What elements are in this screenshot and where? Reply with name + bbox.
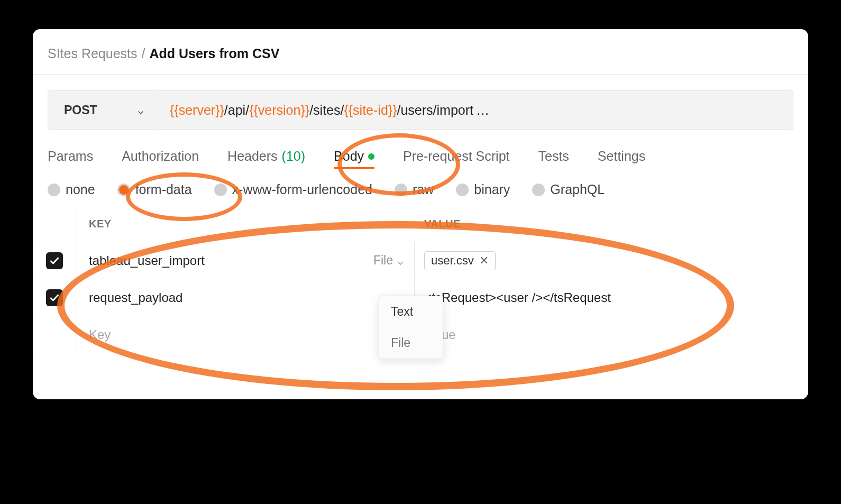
request-url-bar: POST {{server}} /api/ {{version}} /sites… bbox=[48, 90, 793, 130]
url-var-site-id: {{site-id}} bbox=[344, 103, 397, 118]
row-key-input[interactable]: request_payload bbox=[76, 279, 351, 316]
type-option-text[interactable]: Text bbox=[379, 296, 443, 327]
breadcrumb-collection[interactable]: SItes Requests bbox=[48, 46, 138, 61]
radio-icon bbox=[117, 184, 130, 196]
radio-none[interactable]: none bbox=[48, 182, 95, 197]
url-path-3: /users/import bbox=[397, 103, 473, 118]
row-type-select[interactable]: File bbox=[351, 242, 415, 279]
row-value-input[interactable]: <tsRequest><user /></tsRequest bbox=[415, 279, 808, 316]
radio-icon bbox=[214, 184, 227, 196]
tab-prerequest[interactable]: Pre-request Script bbox=[403, 149, 509, 169]
table-header-value: VALUE bbox=[415, 218, 808, 230]
radio-icon bbox=[456, 184, 469, 196]
chevron-down-icon bbox=[136, 106, 145, 114]
divider bbox=[33, 74, 808, 75]
row-key-input[interactable]: tableau_user_import bbox=[76, 242, 351, 279]
table-header-key: KEY bbox=[76, 218, 351, 230]
http-method-label: POST bbox=[64, 103, 97, 117]
breadcrumb: SItes Requests / Add Users from CSV bbox=[44, 46, 797, 74]
tab-body[interactable]: Body bbox=[334, 149, 374, 169]
type-option-file[interactable]: File bbox=[379, 327, 443, 359]
radio-binary[interactable]: binary bbox=[456, 182, 510, 197]
request-tabs: Params Authorization Headers (10) Body P… bbox=[44, 130, 797, 169]
radio-none-label: none bbox=[66, 182, 95, 197]
url-path-1: /api/ bbox=[224, 103, 249, 118]
radio-icon bbox=[532, 184, 545, 196]
row-key-placeholder[interactable]: Key bbox=[76, 316, 351, 353]
file-chip-name: user.csv bbox=[431, 254, 474, 268]
radio-urlencoded-label: x-www-form-urlencoded bbox=[232, 182, 372, 197]
chevron-down-icon bbox=[396, 256, 405, 265]
radio-graphql[interactable]: GraphQL bbox=[532, 182, 605, 197]
radio-graphql-label: GraphQL bbox=[550, 182, 605, 197]
url-path-2: /sites/ bbox=[309, 103, 344, 118]
tab-tests[interactable]: Tests bbox=[538, 149, 569, 169]
tab-settings[interactable]: Settings bbox=[598, 149, 645, 169]
table-header-row: KEY VALUE bbox=[33, 206, 808, 242]
body-type-row: none form-data x-www-form-urlencoded raw… bbox=[33, 169, 808, 206]
http-method-select[interactable]: POST bbox=[48, 91, 159, 129]
file-chip[interactable]: user.csv ✕ bbox=[424, 251, 496, 270]
url-var-version: {{version}} bbox=[249, 103, 309, 118]
radio-icon bbox=[48, 184, 60, 196]
tab-headers[interactable]: Headers (10) bbox=[227, 149, 305, 169]
row-enabled-checkbox[interactable] bbox=[46, 252, 63, 269]
url-var-server: {{server}} bbox=[170, 103, 224, 118]
tab-authorization[interactable]: Authorization bbox=[122, 149, 199, 169]
url-ellipsis: ... bbox=[473, 103, 489, 118]
tab-body-label: Body bbox=[334, 149, 364, 164]
radio-raw-label: raw bbox=[413, 182, 434, 197]
url-input[interactable]: {{server}} /api/ {{version}} /sites/ {{s… bbox=[159, 91, 793, 129]
row-enabled-checkbox[interactable] bbox=[46, 289, 63, 306]
radio-form-data-label: form-data bbox=[135, 182, 192, 197]
row-type-label: File bbox=[373, 253, 393, 268]
radio-icon bbox=[395, 184, 407, 196]
row-value-placeholder[interactable]: Value bbox=[415, 316, 808, 353]
tab-headers-count: (10) bbox=[282, 149, 305, 164]
radio-urlencoded[interactable]: x-www-form-urlencoded bbox=[214, 182, 372, 197]
close-icon[interactable]: ✕ bbox=[479, 254, 489, 268]
table-row: tableau_user_import File user.csv ✕ bbox=[33, 242, 808, 279]
breadcrumb-request-name[interactable]: Add Users from CSV bbox=[149, 46, 279, 61]
tab-headers-label: Headers bbox=[227, 149, 278, 164]
body-indicator-dot-icon bbox=[368, 153, 374, 160]
value-type-dropdown: Text File bbox=[379, 296, 443, 359]
row-value-cell[interactable]: user.csv ✕ bbox=[415, 242, 808, 279]
breadcrumb-separator: / bbox=[142, 46, 145, 61]
tab-params[interactable]: Params bbox=[48, 149, 93, 169]
radio-form-data[interactable]: form-data bbox=[117, 182, 192, 197]
radio-binary-label: binary bbox=[474, 182, 510, 197]
radio-raw[interactable]: raw bbox=[395, 182, 434, 197]
